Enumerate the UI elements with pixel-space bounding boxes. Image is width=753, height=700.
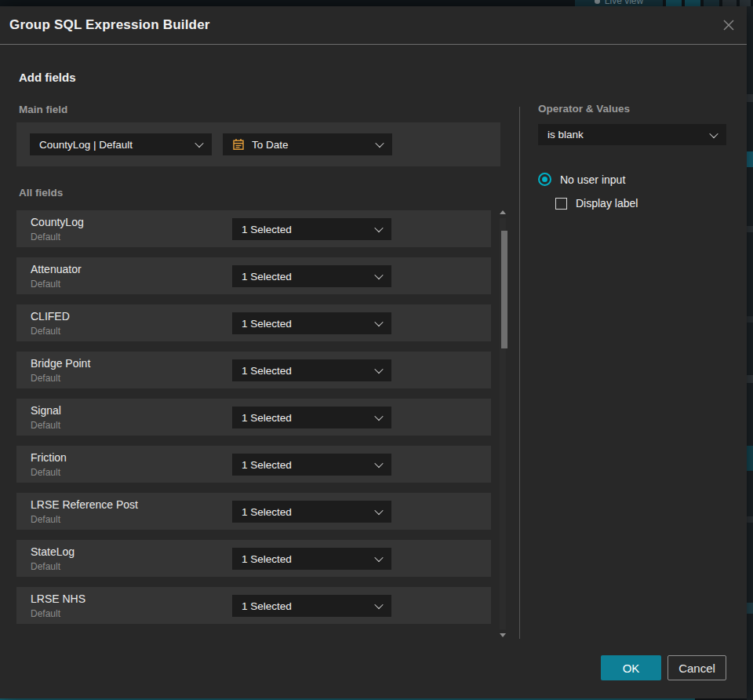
live-view-label: Live view bbox=[605, 0, 643, 6]
background-toolbar: Live view bbox=[0, 0, 753, 6]
screen: { "background": { "live_view_label": "Li… bbox=[0, 0, 753, 700]
radio-icon bbox=[538, 173, 551, 186]
background-tool-fragment bbox=[704, 0, 719, 6]
field-selected-value: 1 Selected bbox=[242, 412, 369, 424]
chevron-down-icon bbox=[374, 365, 383, 374]
field-selected-value: 1 Selected bbox=[242, 224, 369, 235]
all-fields-label: All fields bbox=[19, 187, 63, 199]
operator-values-label: Operator & Values bbox=[538, 103, 630, 115]
scroll-up-icon[interactable] bbox=[500, 210, 506, 214]
field-layer: Default bbox=[31, 467, 60, 478]
field-name: Friction bbox=[31, 451, 67, 464]
field-selected-dropdown[interactable]: 1 Selected bbox=[232, 454, 391, 476]
chevron-down-icon bbox=[374, 459, 383, 468]
scrollbar-track[interactable] bbox=[500, 218, 506, 629]
field-selected-dropdown[interactable]: 1 Selected bbox=[232, 407, 391, 428]
field-row: Attenuator Default 1 Selected bbox=[16, 257, 491, 294]
field-row: StateLog Default 1 Selected bbox=[16, 540, 491, 577]
field-layer: Default bbox=[31, 608, 60, 619]
field-layer: Default bbox=[31, 561, 60, 572]
field-selected-dropdown[interactable]: 1 Selected bbox=[232, 548, 391, 570]
chevron-down-icon bbox=[374, 412, 383, 421]
chevron-down-icon bbox=[374, 553, 383, 562]
add-fields-heading: Add fields bbox=[19, 71, 76, 84]
cancel-button[interactable]: Cancel bbox=[668, 655, 726, 680]
field-row: LRSE NHS Default 1 Selected bbox=[16, 587, 491, 624]
field-selected-dropdown[interactable]: 1 Selected bbox=[232, 501, 391, 523]
main-field-select-value: CountyLog | Default bbox=[39, 139, 190, 151]
chevron-down-icon bbox=[709, 129, 718, 137]
dialog-title: Group SQL Expression Builder bbox=[9, 6, 210, 44]
field-name: LRSE Reference Post bbox=[31, 498, 138, 511]
display-label-label: Display label bbox=[576, 197, 638, 210]
operator-select-value: is blank bbox=[547, 129, 704, 140]
field-layer: Default bbox=[31, 232, 60, 242]
field-layer: Default bbox=[31, 420, 60, 431]
field-row: Bridge Point Default 1 Selected bbox=[16, 352, 491, 388]
field-name: Signal bbox=[31, 404, 61, 417]
field-selected-dropdown[interactable]: 1 Selected bbox=[232, 359, 391, 381]
background-tool-fragment bbox=[722, 0, 737, 6]
field-name: LRSE NHS bbox=[31, 592, 85, 605]
chevron-down-icon bbox=[374, 600, 383, 609]
background-tool-fragment bbox=[666, 0, 682, 6]
field-row: Signal Default 1 Selected bbox=[16, 399, 491, 436]
calendar-icon bbox=[232, 138, 245, 151]
field-row: CLIFED Default 1 Selected bbox=[16, 304, 491, 341]
field-name: CountyLog bbox=[31, 216, 84, 228]
field-selected-dropdown[interactable]: 1 Selected bbox=[232, 218, 391, 240]
chevron-down-icon bbox=[374, 224, 383, 232]
field-selected-value: 1 Selected bbox=[242, 553, 369, 565]
chevron-down-icon bbox=[374, 318, 383, 326]
radio-dot bbox=[542, 177, 547, 182]
field-selected-value: 1 Selected bbox=[242, 600, 369, 612]
checkbox-icon bbox=[555, 198, 567, 210]
no-user-input-radio[interactable]: No user input bbox=[538, 173, 625, 186]
chevron-down-icon bbox=[374, 506, 383, 515]
main-field-panel: CountyLog | Default To Date bbox=[16, 122, 500, 166]
chevron-down-icon bbox=[195, 139, 203, 148]
field-selected-value: 1 Selected bbox=[242, 506, 369, 518]
background-tool-fragment bbox=[740, 0, 751, 6]
field-row: Friction Default 1 Selected bbox=[16, 446, 491, 483]
close-icon[interactable] bbox=[722, 18, 736, 32]
field-layer: Default bbox=[31, 326, 60, 337]
field-selected-dropdown[interactable]: 1 Selected bbox=[232, 595, 391, 617]
field-selected-dropdown[interactable]: 1 Selected bbox=[232, 312, 391, 334]
live-view-chip: Live view bbox=[575, 0, 663, 6]
field-selected-value: 1 Selected bbox=[242, 318, 369, 330]
field-row: CountyLog Default 1 Selected bbox=[16, 210, 491, 247]
field-selected-value: 1 Selected bbox=[242, 459, 369, 471]
field-selected-dropdown[interactable]: 1 Selected bbox=[232, 265, 391, 287]
field-row: LRSE Reference Post Default 1 Selected bbox=[16, 493, 491, 530]
group-sql-expression-builder-dialog: Group SQL Expression Builder Add fields … bbox=[0, 6, 747, 698]
field-name: Attenuator bbox=[31, 263, 82, 275]
fields-scrollbar[interactable] bbox=[498, 209, 507, 639]
display-label-checkbox[interactable]: Display label bbox=[555, 197, 638, 210]
field-layer: Default bbox=[31, 279, 60, 290]
main-field-label: Main field bbox=[19, 104, 67, 115]
date-field-select[interactable]: To Date bbox=[223, 133, 392, 155]
background-right-edge bbox=[747, 6, 753, 700]
no-user-input-label: No user input bbox=[560, 173, 625, 186]
date-field-select-value: To Date bbox=[252, 139, 370, 151]
live-view-dot-icon bbox=[595, 0, 600, 4]
scrollbar-thumb[interactable] bbox=[501, 231, 507, 348]
chevron-down-icon bbox=[374, 271, 383, 279]
panel-divider bbox=[519, 107, 520, 639]
scroll-down-icon[interactable] bbox=[500, 633, 506, 637]
operator-select[interactable]: is blank bbox=[538, 124, 726, 145]
field-layer: Default bbox=[31, 373, 60, 384]
field-name: Bridge Point bbox=[31, 357, 90, 370]
field-layer: Default bbox=[31, 514, 60, 525]
field-name: CLIFED bbox=[31, 310, 70, 323]
main-field-select[interactable]: CountyLog | Default bbox=[30, 133, 212, 155]
chevron-down-icon bbox=[375, 139, 384, 148]
ok-button[interactable]: OK bbox=[601, 655, 661, 680]
field-selected-value: 1 Selected bbox=[242, 365, 369, 377]
all-fields-list: CountyLog Default 1 Selected Attenuator … bbox=[16, 210, 491, 634]
field-selected-value: 1 Selected bbox=[242, 271, 369, 283]
field-name: StateLog bbox=[31, 545, 75, 558]
dialog-header: Group SQL Expression Builder bbox=[0, 6, 747, 45]
background-tool-fragment bbox=[685, 0, 700, 6]
